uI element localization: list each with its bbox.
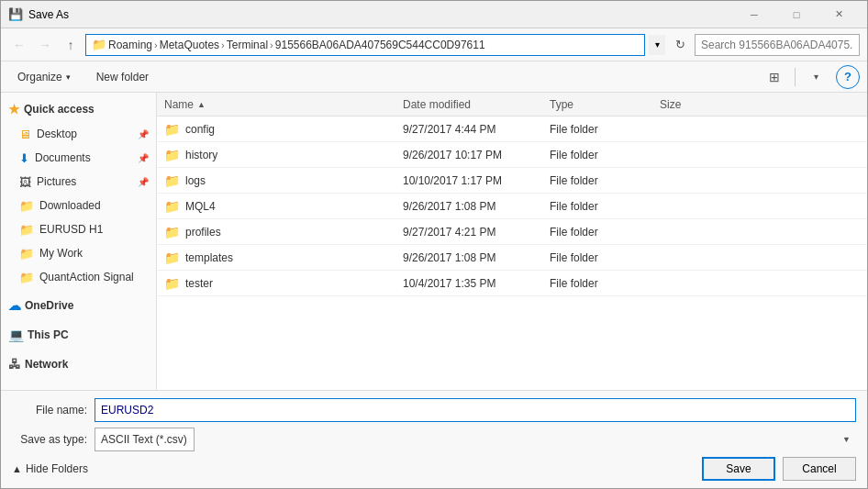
organize-chevron-icon: ▾ <box>66 72 71 82</box>
table-row[interactable]: 📁 profiles 9/27/2017 4:21 PM File folder <box>157 219 867 245</box>
view-dropdown-button[interactable]: ▾ <box>803 65 829 89</box>
filelist: Name ▲ Date modified Type Size 📁 config <box>157 93 867 390</box>
cancel-button[interactable]: Cancel <box>783 457 856 481</box>
back-button[interactable]: ← <box>8 34 30 56</box>
file-type: File folder <box>550 277 660 290</box>
sidebar-item-eurusd[interactable]: 📁 EURUSD H1 <box>1 217 156 241</box>
view-separator <box>795 68 796 86</box>
onedrive-header[interactable]: ☁ OneDrive <box>1 293 156 318</box>
sidebar-item-downloaded[interactable]: 📁 Downloaded <box>1 194 156 217</box>
close-button[interactable]: ✕ <box>818 1 860 28</box>
hide-folders-label: Hide Folders <box>26 462 88 475</box>
file-date: 9/26/2017 1:08 PM <box>403 251 550 264</box>
sidebar-quantaction-label: QuantAction Signal <box>39 271 134 283</box>
file-name-text: profiles <box>185 226 221 239</box>
titlebar: 💾 Save As ─ □ ✕ <box>1 1 867 28</box>
table-row[interactable]: 📁 history 9/26/2017 10:17 PM File folder <box>157 142 867 168</box>
forward-button[interactable]: → <box>34 34 56 56</box>
toolbar: Organize ▾ New folder ⊞ ▾ ? <box>1 61 867 93</box>
col-date-label: Date modified <box>403 98 471 111</box>
sidebar-item-quantaction[interactable]: 📁 QuantAction Signal <box>1 265 156 289</box>
breadcrumb-roaming: Roaming <box>108 39 152 51</box>
quick-access-group: ★ Quick access 🖥 Desktop 📌 ⬇ Documents 📌… <box>1 96 156 289</box>
thispc-header[interactable]: 💻 This PC <box>1 322 156 348</box>
col-size-label: Size <box>660 98 681 111</box>
up-button[interactable]: ↑ <box>60 34 82 56</box>
folder-icon: 📁 <box>164 225 180 239</box>
folder-icon: 📁 <box>164 276 180 291</box>
file-type: File folder <box>550 226 660 239</box>
sidebar-mywork-label: My Work <box>39 247 83 260</box>
view-button[interactable]: ⊞ <box>762 65 787 89</box>
col-date-header[interactable]: Date modified <box>403 98 550 111</box>
folder-icon: 📁 <box>164 199 180 214</box>
breadcrumb-id: 915566BA06ADA407569C544CC0D97611 <box>275 39 485 51</box>
network-group: 🖧 Network <box>1 351 156 377</box>
save-as-dialog: 💾 Save As ─ □ ✕ ← → ↑ 📁 Roaming › MetaQu… <box>0 0 868 489</box>
organize-label: Organize <box>17 71 62 83</box>
table-row[interactable]: 📁 tester 10/4/2017 1:35 PM File folder <box>157 271 867 296</box>
col-size-header[interactable]: Size <box>660 98 733 111</box>
view-dropdown-icon: ▾ <box>814 72 818 82</box>
dialog-title: Save As <box>28 8 733 21</box>
thispc-label: This PC <box>28 328 69 341</box>
pin-icon-docs: 📌 <box>138 153 149 163</box>
organize-button[interactable]: Organize ▾ <box>8 65 80 89</box>
filename-row: File name: <box>12 398 856 422</box>
file-date: 9/27/2017 4:44 PM <box>403 123 550 136</box>
file-type: File folder <box>550 200 660 213</box>
bottom-bar: File name: Save as type: ASCII Text (*.c… <box>1 390 867 488</box>
file-name-text: tester <box>185 277 213 290</box>
sidebar-desktop-label: Desktop <box>37 128 77 140</box>
search-input[interactable] <box>695 34 860 56</box>
filename-input[interactable] <box>95 398 856 422</box>
filelist-header: Name ▲ Date modified Type Size <box>157 93 867 117</box>
save-button[interactable]: Save <box>702 457 775 481</box>
quick-access-label: Quick access <box>24 103 95 116</box>
filetype-select[interactable]: ASCII Text (*.csv) <box>95 428 195 451</box>
quick-access-header[interactable]: ★ Quick access <box>1 96 156 122</box>
filetype-select-wrapper: ASCII Text (*.csv) <box>95 428 856 451</box>
network-label: Network <box>25 358 68 371</box>
table-row[interactable]: 📁 templates 9/26/2017 1:08 PM File folde… <box>157 245 867 271</box>
file-name-text: MQL4 <box>185 200 216 213</box>
file-date: 9/26/2017 1:08 PM <box>403 200 550 213</box>
col-name-header[interactable]: Name ▲ <box>164 98 403 111</box>
filetype-row: Save as type: ASCII Text (*.csv) <box>12 428 856 451</box>
folder-icon: 📁 <box>164 122 180 137</box>
address-dropdown-button[interactable]: ▾ <box>649 35 665 55</box>
table-row[interactable]: 📁 config 9/27/2017 4:44 PM File folder <box>157 117 867 142</box>
address-box[interactable]: 📁 Roaming › MetaQuotes › Terminal › 9155… <box>85 34 645 56</box>
sidebar-item-documents[interactable]: ⬇ Documents 📌 <box>1 146 156 170</box>
quantaction-icon: 📁 <box>19 271 34 284</box>
help-icon: ? <box>844 70 851 83</box>
network-header[interactable]: 🖧 Network <box>1 351 156 377</box>
sort-arrow-icon: ▲ <box>197 100 206 109</box>
sidebar-pictures-label: Pictures <box>37 175 76 188</box>
breadcrumb-metaquotes: MetaQuotes <box>160 39 219 51</box>
refresh-button[interactable]: ↻ <box>669 34 691 56</box>
desktop-icon: 🖥 <box>19 128 31 141</box>
new-folder-label: New folder <box>96 71 149 83</box>
downloaded-icon: 📁 <box>19 199 34 213</box>
sidebar-eurusd-label: EURUSD H1 <box>39 223 103 236</box>
documents-icon: ⬇ <box>19 151 29 165</box>
breadcrumb-terminal: Terminal <box>227 39 268 51</box>
file-type: File folder <box>550 174 660 187</box>
folder-icon: 📁 <box>164 148 180 162</box>
file-type: File folder <box>550 149 660 161</box>
new-folder-button[interactable]: New folder <box>87 65 158 89</box>
maximize-button[interactable]: □ <box>775 1 818 28</box>
help-button[interactable]: ? <box>836 65 860 89</box>
hide-folders-button[interactable]: ▲ Hide Folders <box>12 462 695 475</box>
col-type-header[interactable]: Type <box>550 98 660 111</box>
table-row[interactable]: 📁 logs 10/10/2017 1:17 PM File folder <box>157 168 867 194</box>
table-row[interactable]: 📁 MQL4 9/26/2017 1:08 PM File folder <box>157 194 867 219</box>
sidebar-item-pictures[interactable]: 🖼 Pictures 📌 <box>1 170 156 194</box>
main-area: ★ Quick access 🖥 Desktop 📌 ⬇ Documents 📌… <box>1 93 867 390</box>
sidebar-item-mywork[interactable]: 📁 My Work <box>1 241 156 265</box>
pin-icon: 📌 <box>138 129 149 139</box>
sidebar-item-desktop[interactable]: 🖥 Desktop 📌 <box>1 122 156 146</box>
file-name-text: config <box>185 123 215 136</box>
minimize-button[interactable]: ─ <box>733 1 775 28</box>
